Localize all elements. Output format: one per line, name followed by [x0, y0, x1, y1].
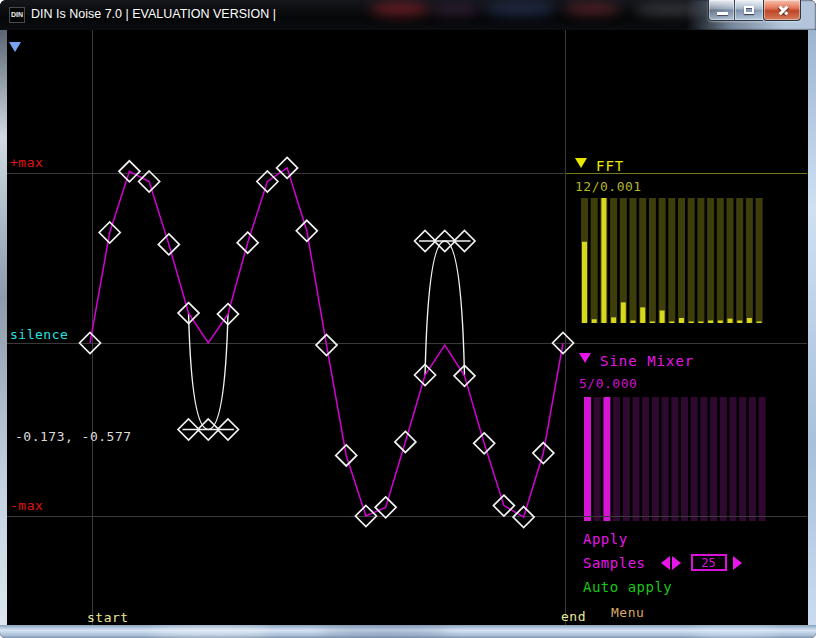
mixer-readout: 5/0.000 [579, 376, 637, 391]
mixer-collapse-icon[interactable] [579, 353, 591, 363]
mixer-harmonic-bar[interactable] [710, 397, 717, 521]
aero-blur-red2 [565, 3, 620, 15]
samples-decrement-icon[interactable] [661, 556, 670, 570]
window-controls [708, 0, 801, 21]
aero-blur-blue [485, 2, 555, 16]
mixer-harmonic-bar[interactable] [652, 397, 659, 521]
fft-bar [650, 322, 655, 324]
start-label: start [87, 610, 129, 625]
aero-blur-bottom1 [150, 627, 270, 636]
close-button[interactable] [763, 0, 801, 21]
fft-bar-bg [668, 198, 675, 323]
mixer-harmonic-bar[interactable] [720, 397, 727, 521]
top-left-marker-icon[interactable] [9, 40, 21, 55]
end-label: end [561, 609, 586, 624]
fft-bar [592, 319, 597, 323]
app-icon-text: DIN [11, 11, 23, 18]
maximize-button[interactable] [735, 0, 763, 21]
mixer-harmonic-bar[interactable] [594, 397, 601, 521]
aero-blur-red [370, 2, 430, 16]
fft-bar-bg [697, 198, 704, 323]
fft-bar [708, 321, 713, 324]
fft-bar-bg [736, 198, 743, 323]
window-border-bottom [0, 625, 816, 638]
app-window: DIN DIN Is Noise 7.0 | EVALUATION VERSIO… [0, 0, 816, 638]
fft-bar-bg [630, 198, 637, 323]
mixer-harmonic-bar[interactable] [662, 397, 669, 521]
fft-bar-bg [649, 198, 656, 323]
mixer-panel-header[interactable]: Sine Mixer [579, 353, 694, 369]
fft-bar-bg [688, 198, 695, 323]
fft-bar-bg [756, 198, 763, 323]
fft-bar [669, 322, 674, 324]
samples-label: Samples [583, 555, 646, 571]
fft-bar-bg [746, 198, 753, 323]
maximize-icon [744, 6, 754, 14]
mixer-harmonic-bar[interactable] [584, 397, 591, 521]
samples-increment-icon[interactable] [672, 556, 681, 570]
window-border-left [0, 30, 7, 625]
fft-panel-header[interactable]: FFT [575, 158, 624, 174]
waveform-path [90, 168, 563, 517]
aero-blur-purple [430, 4, 480, 16]
fft-bar [757, 322, 762, 324]
fft-bar-bg [707, 198, 714, 323]
fft-bar [611, 317, 616, 323]
fft-bar-bg [717, 198, 724, 323]
range-mid-label: silence [10, 327, 68, 342]
samples-fast-increment-icon[interactable] [733, 556, 742, 570]
titlebar[interactable]: DIN DIN Is Noise 7.0 | EVALUATION VERSIO… [0, 0, 816, 30]
mixer-header-label: Sine Mixer [600, 353, 694, 369]
mixer-harmonic-bar[interactable] [633, 397, 640, 521]
mixer-harmonic-bar[interactable] [759, 397, 766, 521]
mixer-harmonic-bar[interactable] [700, 397, 707, 521]
mixer-harmonic-bar[interactable] [681, 397, 688, 521]
mixer-harmonic-bar[interactable] [739, 397, 746, 521]
fft-bar [660, 311, 665, 324]
sine-tool-curve [189, 313, 228, 429]
fft-bar [582, 242, 587, 323]
auto-apply-toggle[interactable]: Auto apply [583, 579, 672, 595]
mixer-harmonic-bar[interactable] [730, 397, 737, 521]
editor-canvas[interactable]: +max silence -max -0.173, -0.577 start e… [7, 30, 808, 625]
minimize-icon [717, 12, 728, 15]
mixer-harmonic-bar[interactable] [623, 397, 630, 521]
minimize-button[interactable] [708, 0, 735, 21]
aero-blur-bottom3 [320, 628, 450, 636]
mixer-harmonic-bar[interactable] [691, 397, 698, 521]
fft-bar [737, 321, 742, 324]
sine-tool-curve [425, 241, 464, 376]
fft-header-label: FFT [596, 158, 624, 174]
fft-readout: 12/0.001 [575, 179, 642, 194]
fft-collapse-icon[interactable] [575, 158, 587, 168]
mixer-harmonic-bar[interactable] [613, 397, 620, 521]
fft-bar-bg [727, 198, 734, 323]
mixer-harmonic-bar[interactable] [671, 397, 678, 521]
blue-triangle-icon [9, 42, 21, 52]
close-icon [778, 5, 789, 16]
window-border-right [808, 30, 816, 625]
fft-bar-bg [678, 198, 685, 323]
fft-bar [718, 321, 723, 324]
fft-bar [631, 321, 636, 324]
fft-bar [728, 319, 733, 323]
aero-blur-bottom2 [690, 628, 780, 636]
app-icon: DIN [9, 7, 25, 23]
apply-button[interactable]: Apply [583, 531, 628, 547]
window-title: DIN Is Noise 7.0 | EVALUATION VERSION | [31, 7, 276, 21]
menu-button[interactable]: Menu [611, 605, 644, 620]
fft-bar [679, 318, 684, 323]
fft-bar-bg [591, 198, 598, 323]
fft-bar [747, 318, 752, 323]
range-top-label: +max [10, 155, 43, 170]
mixer-harmonic-bar[interactable] [749, 397, 756, 521]
fft-bar [601, 198, 606, 323]
fft-bar [621, 302, 626, 323]
samples-control: Samples 25 [583, 554, 742, 571]
samples-value-box[interactable]: 25 [691, 554, 727, 571]
mixer-harmonic-bar[interactable] [642, 397, 649, 521]
waveform-svg [7, 30, 808, 625]
fft-bar [689, 322, 694, 324]
mixer-harmonic-bar[interactable] [603, 397, 610, 521]
fft-bar-bg [610, 198, 617, 323]
